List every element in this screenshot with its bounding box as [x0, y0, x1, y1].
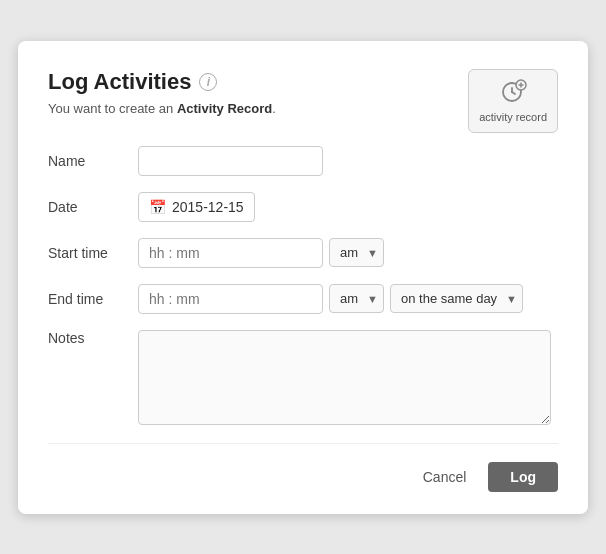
- name-controls: [138, 146, 323, 176]
- info-icon[interactable]: i: [199, 73, 217, 91]
- activity-record-label: activity record: [479, 110, 547, 124]
- date-field[interactable]: 📅 2015-12-15: [138, 192, 255, 222]
- dialog-title: Log Activities i: [48, 69, 276, 95]
- name-input[interactable]: [138, 146, 323, 176]
- notes-controls: [138, 330, 551, 425]
- same-day-wrapper: on the same day next day ▼: [390, 284, 523, 313]
- date-value: 2015-12-15: [172, 199, 244, 215]
- notes-label: Notes: [48, 330, 138, 346]
- footer-divider: [48, 443, 558, 444]
- date-controls: 📅 2015-12-15: [138, 192, 255, 222]
- end-time-controls: am pm ▼ on the same day next day ▼: [138, 284, 523, 314]
- cancel-button[interactable]: Cancel: [413, 463, 477, 491]
- name-label: Name: [48, 153, 138, 169]
- subtitle-prefix: You want to create an: [48, 101, 177, 116]
- dialog-header: Log Activities i You want to create an A…: [48, 69, 558, 136]
- start-time-row: Start time am pm ▼: [48, 238, 558, 268]
- end-ampm-wrapper: am pm ▼: [329, 284, 384, 313]
- svg-line-2: [512, 92, 515, 94]
- start-time-controls: am pm ▼: [138, 238, 384, 268]
- date-label: Date: [48, 199, 138, 215]
- activity-record-button[interactable]: activity record: [468, 69, 558, 133]
- subtitle-bold: Activity Record: [177, 101, 272, 116]
- same-day-select[interactable]: on the same day next day: [390, 284, 523, 313]
- end-time-input[interactable]: [138, 284, 323, 314]
- log-activities-dialog: Log Activities i You want to create an A…: [18, 41, 588, 514]
- name-row: Name: [48, 146, 558, 176]
- dialog-footer: Cancel Log: [48, 462, 558, 492]
- end-time-row: End time am pm ▼ on the same day next da…: [48, 284, 558, 314]
- activity-record-icon: [499, 78, 527, 106]
- subtitle: You want to create an Activity Record.: [48, 101, 276, 116]
- start-ampm-wrapper: am pm ▼: [329, 238, 384, 267]
- subtitle-suffix: .: [272, 101, 276, 116]
- title-text: Log Activities: [48, 69, 191, 95]
- start-ampm-select[interactable]: am pm: [329, 238, 384, 267]
- end-time-label: End time: [48, 291, 138, 307]
- log-button[interactable]: Log: [488, 462, 558, 492]
- notes-row: Notes: [48, 330, 558, 425]
- start-time-input[interactable]: [138, 238, 323, 268]
- notes-textarea[interactable]: [138, 330, 551, 425]
- start-time-label: Start time: [48, 245, 138, 261]
- date-row: Date 📅 2015-12-15: [48, 192, 558, 222]
- end-ampm-select[interactable]: am pm: [329, 284, 384, 313]
- calendar-icon: 📅: [149, 199, 166, 215]
